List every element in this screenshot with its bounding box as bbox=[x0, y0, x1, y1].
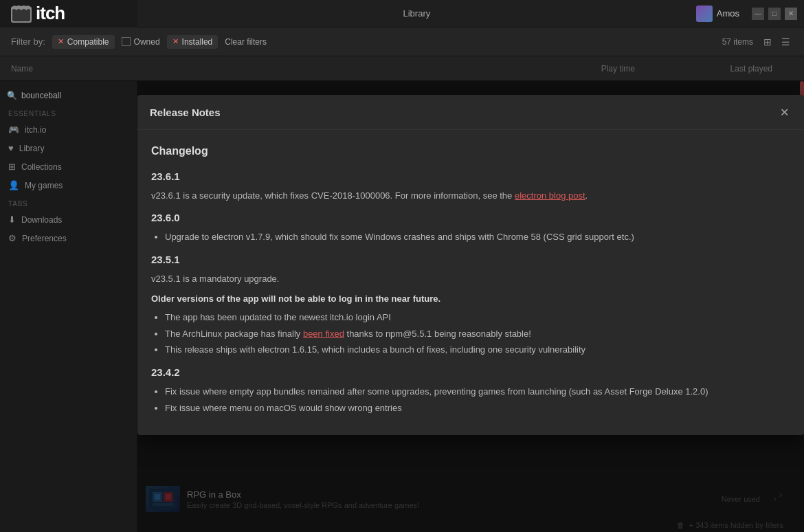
compatible-filter[interactable]: ✕ Compatible bbox=[52, 35, 115, 49]
window-title-area: Library bbox=[137, 8, 696, 19]
version-2360-bullets: Upgrade to electron v1.7.9, which should… bbox=[165, 230, 790, 245]
sidebar: 🔍 ESSENTIALS 🎮 itch.io ♥ Library ⊞ Colle… bbox=[0, 81, 137, 532]
sidebar-item-itchio[interactable]: 🎮 itch.io bbox=[0, 120, 137, 139]
grid-view-button[interactable]: ⊞ bbox=[760, 34, 775, 49]
col-name-header: Name bbox=[11, 64, 552, 74]
bullet-item-archlinux: The ArchLinux package has finally been f… bbox=[165, 327, 790, 342]
search-bar: 🔍 bbox=[0, 87, 137, 104]
window-title: Library bbox=[403, 8, 431, 19]
been-fixed-link[interactable]: been fixed bbox=[303, 329, 344, 339]
sidebar-item-mygames-label: My games bbox=[25, 181, 63, 190]
version-2351-title: 23.5.1 bbox=[151, 252, 790, 268]
compatible-x-icon: ✕ bbox=[58, 37, 64, 46]
version-2361-text-before: v23.6.1 is a security update, which fixe… bbox=[151, 190, 515, 201]
sidebar-item-downloads-label: Downloads bbox=[21, 215, 62, 225]
bullet-item: The app has been updated to the newest i… bbox=[165, 311, 790, 325]
sidebar-item-preferences[interactable]: ⚙ Preferences bbox=[0, 229, 137, 247]
window-controls: — □ ✕ bbox=[752, 8, 797, 20]
version-2351-bullets: The app has been updated to the newest i… bbox=[165, 311, 790, 357]
downloads-icon: ⬇ bbox=[8, 214, 16, 225]
sidebar-item-library-label: Library bbox=[19, 144, 45, 153]
version-2342-title: 23.4.2 bbox=[151, 364, 790, 381]
main-content: › › › › › › bbox=[137, 81, 804, 532]
version-2351-text: v23.5.1 is a mandatory upgrade. bbox=[151, 272, 790, 287]
electron-blog-link[interactable]: electron blog post bbox=[515, 190, 585, 201]
version-2361-text-after: . bbox=[585, 190, 588, 201]
clear-filters-link[interactable]: Clear filters bbox=[225, 37, 267, 47]
user-area: Amos bbox=[696, 5, 739, 22]
owned-label: Owned bbox=[134, 37, 160, 47]
maximize-button[interactable]: □ bbox=[768, 8, 781, 20]
owned-filter[interactable]: Owned bbox=[122, 37, 160, 47]
filter-label: Filter by: bbox=[11, 36, 45, 47]
sidebar-item-itchio-label: itch.io bbox=[25, 125, 46, 135]
installed-x-icon: ✕ bbox=[172, 37, 179, 46]
items-count: 57 items bbox=[722, 37, 753, 47]
avatar bbox=[696, 5, 713, 22]
changelog-title: Changelog bbox=[151, 142, 790, 160]
installed-filter[interactable]: ✕ Installed bbox=[167, 35, 219, 49]
bullet-item: This release ships with electron 1.6.15,… bbox=[165, 343, 790, 357]
username: Amos bbox=[717, 8, 739, 19]
sidebar-item-downloads[interactable]: ⬇ Downloads bbox=[0, 210, 137, 229]
owned-checkbox[interactable] bbox=[122, 37, 131, 46]
sidebar-item-collections[interactable]: ⊞ Collections bbox=[0, 157, 137, 176]
installed-label: Installed bbox=[182, 37, 213, 47]
collections-icon: ⊞ bbox=[8, 162, 16, 172]
search-input[interactable] bbox=[21, 91, 130, 100]
top-right-controls: Amos — □ ✕ bbox=[696, 5, 804, 22]
version-2360-title: 23.6.0 bbox=[151, 210, 790, 226]
compatible-label: Compatible bbox=[67, 37, 109, 47]
minimize-button[interactable]: — bbox=[752, 8, 764, 20]
sidebar-item-collections-label: Collections bbox=[21, 162, 62, 172]
close-button[interactable]: ✕ bbox=[785, 8, 797, 20]
modal-overlay: Release Notes ✕ Changelog 23.6.1 v23.6.1… bbox=[137, 81, 804, 532]
modal-title: Release Notes bbox=[150, 107, 777, 118]
itchio-icon: 🎮 bbox=[8, 124, 19, 135]
sidebar-item-preferences-label: Preferences bbox=[22, 234, 67, 243]
library-icon: ♥ bbox=[8, 143, 14, 153]
logo-area: itch bbox=[0, 0, 137, 27]
search-icon: 🔍 bbox=[7, 91, 17, 100]
modal-close-button[interactable]: ✕ bbox=[777, 104, 792, 120]
preferences-icon: ⚙ bbox=[8, 233, 16, 243]
version-2342-bullets: Fix issue where empty app bundles remain… bbox=[165, 385, 790, 416]
version-2351-warning: Older versions of the app will not be ab… bbox=[151, 292, 790, 307]
version-2361-text: v23.6.1 is a security update, which fixe… bbox=[151, 189, 790, 203]
columns-header: Name Play time Last played bbox=[0, 56, 804, 81]
view-buttons: ⊞ ☰ bbox=[760, 34, 793, 49]
itch-icon bbox=[11, 5, 32, 23]
main-layout: 🔍 ESSENTIALS 🎮 itch.io ♥ Library ⊞ Colle… bbox=[0, 81, 804, 532]
tabs-label: TABS bbox=[0, 195, 137, 210]
col-lastplayed-header: Last played bbox=[676, 64, 772, 74]
sidebar-item-library[interactable]: ♥ Library bbox=[0, 139, 137, 157]
bullet-item: Fix issue where empty app bundles remain… bbox=[165, 385, 790, 399]
sidebar-item-mygames[interactable]: 👤 My games bbox=[0, 176, 137, 195]
col-playtime-header: Play time bbox=[552, 64, 635, 74]
mygames-icon: 👤 bbox=[8, 180, 19, 190]
top-header: itch Library Amos — □ ✕ bbox=[0, 0, 804, 27]
itch-logo: itch bbox=[0, 0, 76, 27]
bullet-item: Fix issue where menu on macOS would show… bbox=[165, 401, 790, 416]
app-title: itch bbox=[36, 3, 65, 24]
list-view-button[interactable]: ☰ bbox=[778, 34, 793, 49]
bullet-item: Upgrade to electron v1.7.9, which should… bbox=[165, 230, 790, 245]
essentials-label: ESSENTIALS bbox=[0, 104, 137, 120]
modal-body[interactable]: Changelog 23.6.1 v23.6.1 is a security u… bbox=[137, 130, 804, 435]
svg-rect-1 bbox=[12, 9, 30, 21]
release-notes-modal: Release Notes ✕ Changelog 23.6.1 v23.6.1… bbox=[137, 95, 804, 435]
filter-bar: Filter by: ✕ Compatible Owned ✕ Installe… bbox=[0, 27, 804, 56]
modal-header: Release Notes ✕ bbox=[137, 95, 804, 130]
version-2361-title: 23.6.1 bbox=[151, 168, 790, 185]
